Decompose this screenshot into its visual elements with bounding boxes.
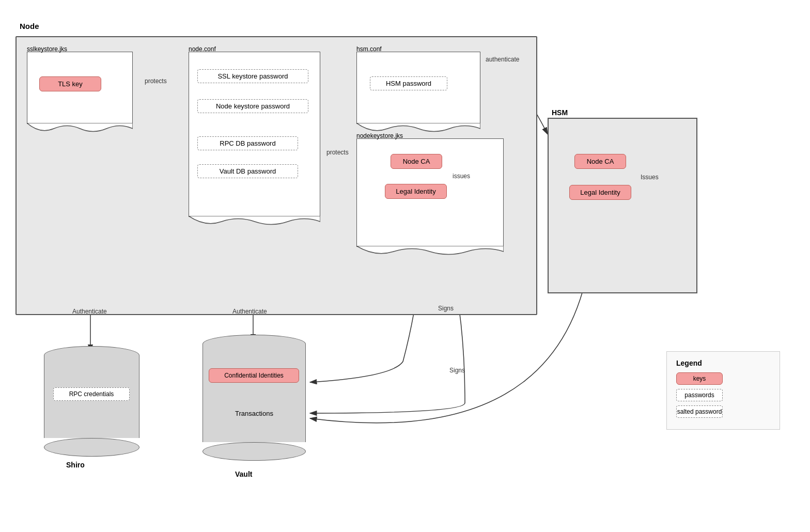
tls-key-box: TLS key	[39, 76, 101, 91]
nodekeystore-title: nodekeystore.jks	[356, 132, 403, 139]
shiro-label: Shiro	[66, 461, 85, 469]
vault-db-password: Vault DB password	[197, 164, 298, 178]
legend-salted-item: salted password	[676, 405, 770, 418]
hsm-box	[548, 118, 697, 293]
node-title: Node	[20, 22, 39, 30]
protects1-label: protects	[145, 77, 167, 85]
signs1-label: Signs	[438, 305, 454, 312]
legend-key-swatch: keys	[676, 372, 723, 385]
confidential-identities-box: Confidential Identities	[209, 368, 299, 383]
node-keystore-password: Node keystore password	[197, 99, 308, 113]
authenticate1-label: Authenticate	[72, 308, 107, 315]
issues1-label: issues	[453, 173, 470, 180]
legend-password-item: passwords	[676, 389, 770, 401]
sslkeystore-title: sslkeystore.jks	[27, 45, 67, 53]
legend-key-label: keys	[693, 375, 706, 382]
protects2-label: protects	[326, 149, 349, 156]
authenticate2-label: Authenticate	[232, 308, 267, 315]
vault-label: Vault	[235, 470, 252, 478]
legend-password-swatch: passwords	[676, 389, 723, 401]
issues2-label: Issues	[641, 174, 659, 181]
legend-title: Legend	[676, 359, 770, 367]
hsm-label: HSM	[552, 108, 568, 117]
ssl-keystore-password: SSL keystore password	[197, 69, 308, 83]
node-conf-title: node.conf	[189, 45, 216, 53]
rpc-credentials-box: RPC credentials	[53, 387, 130, 401]
transactions-text: Transactions	[202, 410, 306, 417]
legend-password-label: passwords	[684, 392, 714, 399]
signs2-label: Signs	[449, 367, 465, 374]
legend-box: Legend keys passwords salted password	[666, 351, 780, 430]
legal-identity-key: Legal Identity	[385, 184, 447, 199]
rpc-db-password: RPC DB password	[197, 136, 298, 150]
node-ca-key: Node CA	[391, 154, 442, 169]
hsm-password: HSM password	[370, 76, 447, 90]
hsm-conf-title: hsm.conf	[356, 45, 382, 53]
legend-salted-swatch: salted password	[676, 405, 723, 418]
hsm-node-ca-key: Node CA	[574, 154, 626, 169]
legend-key-item: keys	[676, 372, 770, 385]
authenticate3-label: authenticate	[486, 56, 519, 63]
hsm-legal-identity-key: Legal Identity	[569, 185, 631, 200]
legend-salted-label: salted password	[677, 408, 722, 415]
diagram: Node sslkeystore.jks TLS key protects no…	[0, 0, 810, 532]
